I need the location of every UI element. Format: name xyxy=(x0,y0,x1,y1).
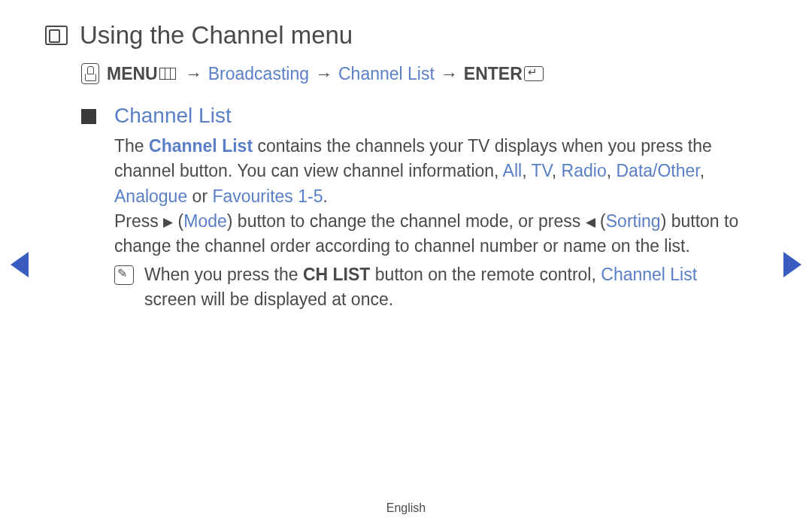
nav-next-button[interactable] xyxy=(783,252,801,277)
paragraph-1: The Channel List contains the channels y… xyxy=(114,134,752,209)
breadcrumb: MENU → Broadcasting → Channel List → ENT… xyxy=(81,63,767,84)
arrow-separator: → xyxy=(441,64,458,84)
footer-language: English xyxy=(0,501,812,515)
section-title: Channel List xyxy=(114,104,232,128)
enter-label: ENTER xyxy=(464,64,523,84)
document-icon xyxy=(45,26,68,45)
finger-tap-icon xyxy=(81,63,99,84)
page-title: Using the Channel menu xyxy=(80,21,353,50)
arrow-separator: → xyxy=(315,64,332,84)
enter-icon xyxy=(524,66,544,81)
note-paragraph: When you press the CH LIST button on the… xyxy=(144,262,752,313)
breadcrumb-channel-list: Channel List xyxy=(338,64,435,84)
menu-grid-icon xyxy=(159,68,176,80)
triangle-right-icon: ▶ xyxy=(163,215,173,229)
nav-prev-button[interactable] xyxy=(11,252,29,277)
breadcrumb-broadcasting: Broadcasting xyxy=(208,64,309,84)
menu-label: MENU xyxy=(107,64,158,84)
paragraph-2: Press ▶ (Mode) button to change the chan… xyxy=(114,209,752,259)
arrow-separator: → xyxy=(185,64,202,84)
triangle-left-icon: ◀ xyxy=(586,215,595,229)
section-bullet-icon xyxy=(81,109,96,124)
note-icon xyxy=(114,265,134,285)
